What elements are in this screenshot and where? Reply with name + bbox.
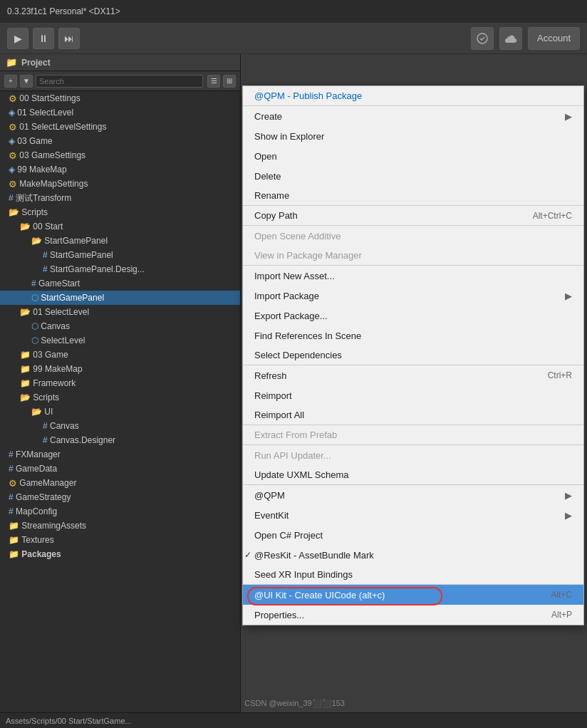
- menu-item-label: Import New Asset...: [254, 271, 335, 281]
- context-menu-item-run-api-updater: Run API Updater...: [243, 445, 583, 465]
- context-menu-item-reimport[interactable]: Reimport: [243, 385, 583, 405]
- shortcut-label: Alt+P: [551, 610, 572, 620]
- tree-item[interactable]: ⚙ 01 SelectLevelSettings: [0, 120, 240, 134]
- context-menu-item-select-dependencies[interactable]: Select Dependencies: [243, 345, 583, 365]
- menu-item-label: EventKit: [254, 510, 289, 521]
- context-menu-item-find-references[interactable]: Find References In Scene: [243, 326, 583, 345]
- tree-item[interactable]: 📂 01 SelectLevel: [0, 305, 240, 319]
- context-menu-item-properties[interactable]: Properties...Alt+P: [243, 605, 583, 625]
- tree-item[interactable]: # FXManager: [0, 447, 240, 462]
- project-panel: 📁 Project + ▼ ☰ ⊞ ⚙ 00 StartSettings◈ 01…: [0, 54, 241, 728]
- account-button[interactable]: Account: [528, 27, 580, 50]
- tree-item[interactable]: ⬡ Canvas: [0, 319, 240, 333]
- context-menu-item-qpm[interactable]: @QPM▶: [243, 485, 583, 505]
- menu-item-label: Seed XR Input Bindings: [254, 569, 353, 580]
- menu-item-label: View in Package Manager: [254, 250, 362, 261]
- menu-item-label: Open Scene Additive: [254, 231, 341, 241]
- context-menu-top-item[interactable]: @QPM - Publish Package: [243, 86, 583, 106]
- collab-icon[interactable]: [471, 27, 494, 50]
- menu-item-label: Copy Path: [254, 210, 298, 221]
- tree-item[interactable]: ◈ 99 MakeMap: [0, 162, 240, 177]
- context-menu-item-delete[interactable]: Delete: [243, 166, 583, 186]
- tree-item[interactable]: ⚙ MakeMapSettings: [0, 177, 240, 191]
- context-menu-item-view-package-manager: View in Package Manager: [243, 246, 583, 266]
- context-menu-item-eventkit[interactable]: EventKit▶: [243, 505, 583, 525]
- tree-item[interactable]: 📁 Textures: [0, 533, 240, 547]
- add-button[interactable]: +: [4, 75, 17, 88]
- sort-button[interactable]: ⊞: [223, 75, 236, 88]
- dropdown-button[interactable]: ▼: [20, 75, 33, 88]
- menu-item-label: Reimport All: [254, 410, 304, 420]
- step-button[interactable]: ⏭: [58, 28, 80, 49]
- context-menu-item-uikit[interactable]: @UI Kit - Create UICode (alt+c)Alt+C: [243, 585, 583, 605]
- title-bar: 0.3.23f1c1 Personal* <DX11>: [0, 0, 587, 23]
- tree-item[interactable]: # MapConfig: [0, 504, 240, 519]
- tree-item[interactable]: ◈ 03 Game: [0, 134, 240, 148]
- tree-item[interactable]: # 测试Transform: [0, 191, 240, 205]
- tree-item[interactable]: ⬡ SelectLevel: [0, 333, 240, 348]
- filter-button[interactable]: ☰: [207, 75, 220, 88]
- tree-item[interactable]: 📁 Framework: [0, 376, 240, 390]
- context-menu-item-show-explorer[interactable]: Show in Explorer: [243, 126, 583, 146]
- menu-item-label: Refresh: [254, 370, 287, 381]
- tree-item[interactable]: 📁 Packages: [0, 547, 240, 561]
- tree-item[interactable]: # Canvas.Designer: [0, 433, 240, 447]
- toolbar: ▶ ⏸ ⏭ Account: [0, 23, 587, 54]
- menu-item-label: Open C# Project: [254, 530, 323, 541]
- menu-item-label: Rename: [254, 190, 289, 201]
- context-menu-item-open-csharp[interactable]: Open C# Project: [243, 525, 583, 545]
- tree-item[interactable]: # StartGamePanel.Desig...: [0, 262, 240, 276]
- tree-item[interactable]: ⬡ StartGamePanel: [0, 291, 240, 305]
- tree-item[interactable]: # GameData: [0, 462, 240, 476]
- tree-item[interactable]: ⚙ GameManager: [0, 476, 240, 490]
- context-menu-item-refresh[interactable]: RefreshCtrl+R: [243, 365, 583, 385]
- tree-item[interactable]: 📂 Scripts: [0, 205, 240, 219]
- panel-header: 📁 Project: [0, 54, 240, 71]
- main-area: 📁 Project + ▼ ☰ ⊞ ⚙ 00 StartSettings◈ 01…: [0, 54, 587, 728]
- cloud-icon[interactable]: [499, 27, 522, 50]
- context-menu-item-rename[interactable]: Rename: [243, 186, 583, 206]
- title-text: 0.3.23f1c1 Personal* <DX11>: [7, 6, 120, 16]
- context-menu-item-seed-xr[interactable]: Seed XR Input Bindings: [243, 565, 583, 585]
- tree-item[interactable]: 📂 UI: [0, 405, 240, 419]
- tree-item[interactable]: 📂 00 Start: [0, 219, 240, 234]
- context-menu-item-open-scene-additive: Open Scene Additive: [243, 226, 583, 246]
- tree-item[interactable]: # GameStrategy: [0, 490, 240, 504]
- context-menu-item-reimport-all[interactable]: Reimport All: [243, 405, 583, 425]
- shortcut-label: Alt+Ctrl+C: [533, 211, 572, 221]
- shortcut-label: Ctrl+R: [548, 370, 572, 380]
- context-menu-item-import-package[interactable]: Import Package▶: [243, 286, 583, 306]
- tree-item[interactable]: 📁 03 Game: [0, 348, 240, 362]
- tree-item[interactable]: ⚙ 03 GameSettings: [0, 148, 240, 162]
- context-menu-item-update-uxml[interactable]: Update UXML Schema: [243, 465, 583, 485]
- search-input[interactable]: [36, 75, 203, 88]
- pause-button[interactable]: ⏸: [33, 28, 54, 49]
- context-menu-item-create[interactable]: Create▶: [243, 106, 583, 126]
- menu-item-label: Run API Updater...: [254, 450, 331, 461]
- tree-item[interactable]: ⚙ 00 StartSettings: [0, 91, 240, 105]
- context-menu-item-import-new-asset[interactable]: Import New Asset...: [243, 266, 583, 286]
- tree-item[interactable]: ◈ 01 SelectLevel: [0, 105, 240, 120]
- menu-item-label: Open: [254, 151, 277, 162]
- tree-container: ⚙ 00 StartSettings◈ 01 SelectLevel⚙ 01 S…: [0, 91, 240, 728]
- tree-item[interactable]: # GameStart: [0, 276, 240, 291]
- tree-item[interactable]: 📁 StreamingAssets: [0, 519, 240, 533]
- check-icon: ✓: [244, 550, 251, 560]
- tree-item[interactable]: 📁 99 MakeMap: [0, 362, 240, 376]
- menu-item-label: Update UXML Schema: [254, 469, 348, 480]
- context-menu-item-copy-path[interactable]: Copy PathAlt+Ctrl+C: [243, 206, 583, 226]
- submenu-arrow-icon: ▶: [565, 490, 572, 501]
- tree-item[interactable]: 📂 StartGamePanel: [0, 234, 240, 248]
- status-text: Assets/Scripts/00 Start/StartGame...: [6, 717, 132, 725]
- tree-item[interactable]: 📂 Scripts: [0, 390, 240, 405]
- context-menu-item-reskit[interactable]: ✓@ResKit - AssetBundle Mark: [243, 545, 583, 565]
- tree-item[interactable]: # StartGamePanel: [0, 248, 240, 262]
- play-button[interactable]: ▶: [7, 28, 28, 49]
- context-menu-item-open[interactable]: Open: [243, 146, 583, 166]
- menu-item-label: Extract From Prefab: [254, 430, 337, 440]
- menu-item-label: Delete: [254, 171, 281, 182]
- panel-toolbar: + ▼ ☰ ⊞: [0, 71, 240, 91]
- status-bar: Assets/Scripts/00 Start/StartGame...: [0, 712, 587, 728]
- context-menu-item-export-package[interactable]: Export Package...: [243, 306, 583, 326]
- tree-item[interactable]: # Canvas: [0, 419, 240, 433]
